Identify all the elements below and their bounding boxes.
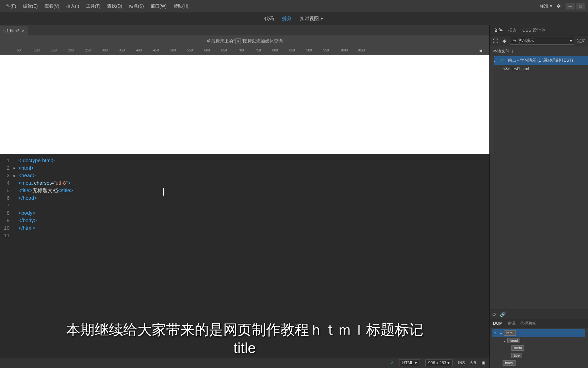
view-tab[interactable]: 拆分 bbox=[282, 16, 292, 22]
menu-item[interactable]: 编辑(E) bbox=[20, 0, 41, 12]
site-dropdown[interactable]: 🗀 学习演示 ▾ bbox=[510, 37, 574, 45]
ruler-tick: 650 bbox=[221, 48, 227, 52]
code-line[interactable]: <meta charset="utf-8"> bbox=[18, 179, 489, 187]
menu-item[interactable]: 工具(T) bbox=[83, 0, 104, 12]
ruler-tick: 100 bbox=[34, 48, 40, 52]
fold-toggle[interactable]: ▼ bbox=[12, 164, 18, 172]
ruler-tick: 500 bbox=[170, 48, 176, 52]
tree-label: test1.html bbox=[511, 66, 529, 71]
add-icon[interactable]: + bbox=[492, 331, 498, 335]
ruler-marker-icon[interactable]: ◄ bbox=[478, 48, 483, 54]
dom-node-meta[interactable]: meta bbox=[492, 344, 585, 352]
file-tabs: st1.html* × bbox=[0, 25, 489, 35]
workspace-dropdown[interactable]: 标准▾ bbox=[540, 3, 552, 9]
view-mode-tabs: 代码拆分实时视图▼ bbox=[0, 12, 588, 25]
dom-panel-tab[interactable]: 代码片断 bbox=[520, 321, 537, 326]
ruler-tick: 750 bbox=[255, 48, 261, 52]
ruler-tick: 200 bbox=[68, 48, 74, 52]
dom-node-head[interactable]: ⌄ head bbox=[492, 337, 585, 344]
fold-toggle bbox=[12, 210, 18, 217]
ruler-tick: 250 bbox=[85, 48, 91, 52]
ruler-tick: 350 bbox=[119, 48, 125, 52]
ruler-tick: 50 bbox=[17, 48, 21, 52]
menu-item[interactable]: 站点(S) bbox=[126, 0, 147, 12]
dom-panel-tab[interactable]: DOM bbox=[493, 321, 503, 326]
line-number: 7 bbox=[0, 202, 10, 209]
file-tab[interactable]: st1.html* × bbox=[0, 26, 28, 35]
view-tab[interactable]: 代码 bbox=[264, 16, 274, 22]
line-number: 8 bbox=[0, 209, 10, 217]
ruler-tick: 600 bbox=[204, 48, 210, 52]
language-selector[interactable]: HTML▾ bbox=[399, 359, 420, 366]
code-line[interactable]: <title>无标题文档</title> bbox=[18, 187, 489, 194]
chevron-down-icon: ▼ bbox=[320, 17, 324, 21]
menu-item[interactable]: 窗口(W) bbox=[147, 0, 170, 12]
ruler-tick: 300 bbox=[102, 48, 108, 52]
code-line[interactable]: <head> bbox=[18, 172, 489, 179]
check-icon: ⊘ bbox=[390, 361, 394, 365]
code-line[interactable]: <body> bbox=[18, 209, 489, 217]
fold-toggle bbox=[12, 157, 18, 164]
gear-icon[interactable]: ✲ bbox=[556, 3, 561, 9]
close-icon[interactable]: × bbox=[22, 28, 25, 33]
code-line[interactable]: </html> bbox=[18, 224, 489, 232]
line-number: 11 bbox=[0, 232, 10, 239]
dom-panel-tab[interactable]: 资源 bbox=[507, 321, 516, 326]
dimensions-display[interactable]: 996 x 253▾ bbox=[425, 359, 453, 366]
code-line[interactable]: </head> bbox=[18, 194, 489, 202]
ruler-tick: 850 bbox=[289, 48, 295, 52]
dom-node-body[interactable]: body bbox=[492, 359, 585, 367]
chevron-down-icon[interactable]: ⌄ bbox=[503, 338, 506, 343]
ruler-tick: 1000 bbox=[340, 48, 348, 52]
menu-item[interactable]: 件(F) bbox=[3, 0, 20, 12]
chevron-down-icon[interactable]: ⌄ bbox=[499, 331, 503, 335]
live-preview[interactable] bbox=[0, 55, 489, 154]
folder-icon: 🗀 bbox=[500, 58, 505, 63]
ruler-tick: 1050 bbox=[357, 48, 365, 52]
code-editor[interactable]: 1234567891011 ▼▼ <!doctype html><html><h… bbox=[0, 154, 489, 368]
minimize-button[interactable]: — bbox=[566, 3, 575, 10]
dom-node-title[interactable]: title bbox=[492, 352, 585, 359]
status-bar: ⊘ HTML▾ 996 x 253▾ INS 6:8 ▣ bbox=[0, 357, 489, 368]
line-number: 4 bbox=[0, 179, 10, 187]
refresh-icon[interactable]: ⟳ bbox=[492, 311, 496, 317]
scrollbar[interactable] bbox=[489, 55, 494, 154]
code-line[interactable]: <!doctype html> bbox=[18, 157, 489, 164]
menu-item[interactable]: 帮助(H) bbox=[170, 0, 192, 12]
line-number: 2 bbox=[0, 164, 10, 172]
panel-icon[interactable]: ▣ bbox=[481, 361, 485, 365]
expand-icon[interactable]: ⛶ bbox=[492, 38, 499, 44]
code-line[interactable] bbox=[18, 232, 489, 239]
insert-mode: INS bbox=[458, 361, 465, 365]
tree-file[interactable]: </> test1.html bbox=[490, 65, 588, 73]
fold-toggle bbox=[12, 232, 18, 240]
dom-tree: + ⌄ html ⌄ head meta title body bbox=[490, 328, 588, 368]
diamond-icon[interactable]: ◆ bbox=[501, 38, 507, 44]
code-line[interactable]: <html> bbox=[18, 164, 489, 172]
panel-tab[interactable]: 文件 bbox=[494, 27, 503, 33]
ruler-tick: 150 bbox=[51, 48, 57, 52]
maximize-button[interactable]: □ bbox=[576, 3, 585, 10]
plus-icon: ▾ bbox=[235, 39, 241, 44]
file-tab-label: st1.html* bbox=[3, 29, 19, 33]
menu-item[interactable]: 插入(I) bbox=[63, 0, 82, 12]
code-line[interactable] bbox=[18, 202, 489, 209]
menu-item[interactable]: 查找(D) bbox=[104, 0, 126, 12]
menu-item[interactable]: 查看(V) bbox=[41, 0, 63, 12]
ruler-tick: 800 bbox=[272, 48, 278, 52]
ruler-tick: 550 bbox=[187, 48, 193, 52]
ruler[interactable]: 5010015020025030035040045050055060065070… bbox=[0, 47, 489, 55]
link-icon[interactable]: 🔗 bbox=[500, 311, 506, 317]
ruler-tick: 400 bbox=[136, 48, 142, 52]
panel-tab[interactable]: 插入 bbox=[508, 27, 517, 33]
line-number: 1 bbox=[0, 157, 10, 164]
tree-site-root[interactable]: ⌄ 🗀 站点 - 学习演示 (E:\视频录制\TEST) bbox=[490, 56, 588, 65]
panel-tab[interactable]: CSS 设计器 bbox=[522, 27, 546, 33]
sort-icon[interactable]: ↑ bbox=[511, 49, 513, 54]
view-tab[interactable]: 实时视图▼ bbox=[300, 16, 324, 22]
fold-toggle[interactable]: ▼ bbox=[12, 172, 18, 180]
dom-node-html[interactable]: + ⌄ html bbox=[492, 329, 585, 337]
define-server-button[interactable]: 定义 bbox=[577, 38, 585, 44]
tree-label: 站点 - 学习演示 (E:\视频录制\TEST) bbox=[508, 58, 573, 63]
code-line[interactable]: </body> bbox=[18, 217, 489, 224]
